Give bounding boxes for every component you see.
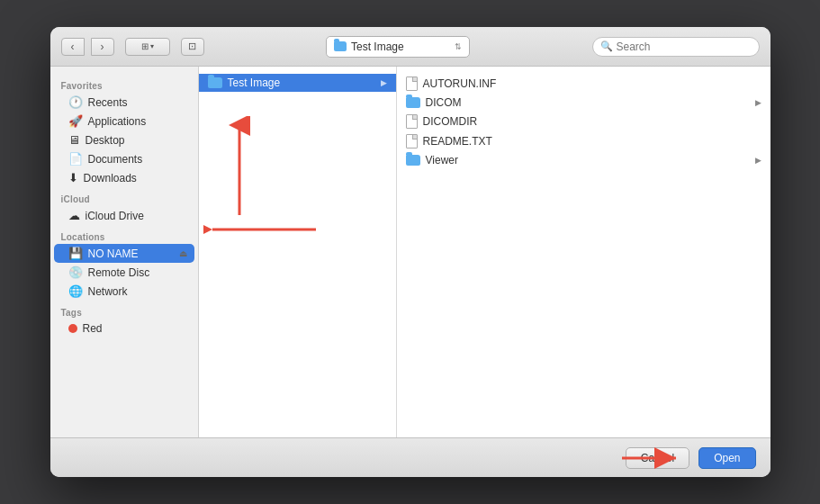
- detail-label-autorun: AUTORUN.INF: [423, 77, 497, 90]
- up-arrow-annotation: [226, 116, 253, 224]
- detail-pane: AUTORUN.INF DICOM ▶ DICOMDIR README.TXT: [397, 67, 770, 437]
- sidebar-label-network: Network: [88, 285, 128, 298]
- icloud-header: iCloud: [50, 187, 198, 206]
- sidebar-item-red-tag[interactable]: Red: [54, 320, 194, 338]
- open-label: Open: [714, 452, 740, 464]
- tags-header: Tags: [50, 301, 198, 320]
- forward-icon: ›: [101, 40, 104, 53]
- sidebar-item-no-name[interactable]: 💾 NO NAME ⏏: [54, 244, 194, 263]
- detail-label-dicomdir: DICOMDIR: [423, 115, 478, 128]
- viewer-folder-icon: [406, 155, 420, 166]
- remote-disc-icon: 💿: [68, 266, 83, 279]
- desktop-icon: 🖥: [68, 133, 80, 147]
- view-mode-button[interactable]: ⊞ ▾: [125, 38, 170, 56]
- back-button[interactable]: ‹: [61, 38, 85, 56]
- sidebar-label-desktop: Desktop: [86, 134, 125, 147]
- file-item-test-image[interactable]: Test Image ▶: [199, 74, 396, 92]
- titlebar: ‹ › ⊞ ▾ ⊡ Test Image ⇅ 🔍: [50, 27, 770, 67]
- search-icon: 🔍: [600, 40, 613, 52]
- detail-item-dicom[interactable]: DICOM ▶: [397, 94, 770, 112]
- back-icon: ‹: [71, 40, 75, 53]
- no-name-icon: 💾: [68, 247, 83, 260]
- detail-label-dicom: DICOM: [426, 96, 462, 109]
- applications-icon: 🚀: [68, 114, 83, 128]
- detail-item-dicomdir[interactable]: DICOMDIR: [397, 112, 770, 131]
- cancel-label: Cancel: [641, 452, 674, 464]
- readme-file-icon: [406, 134, 418, 148]
- sidebar-item-downloads[interactable]: ⬇ Downloads: [54, 168, 194, 187]
- sidebar-item-applications[interactable]: 🚀 Applications: [54, 112, 194, 130]
- test-image-chevron: ▶: [381, 78, 387, 87]
- sidebar-item-documents[interactable]: 📄 Documents: [54, 149, 194, 168]
- autorun-file-icon: [406, 76, 418, 91]
- cancel-button[interactable]: Cancel: [626, 447, 689, 469]
- recents-icon: 🕐: [68, 95, 83, 109]
- sidebar-label-icloud-drive: iCloud Drive: [86, 210, 144, 222]
- action-button[interactable]: ⊡: [181, 38, 204, 56]
- eject-icon[interactable]: ⏏: [179, 248, 187, 258]
- view-icon: ⊞: [141, 41, 149, 51]
- file-label-test-image: Test Image: [228, 76, 281, 89]
- icloud-drive-icon: ☁: [68, 209, 80, 222]
- detail-label-viewer: Viewer: [426, 154, 458, 166]
- detail-label-readme: README.TXT: [423, 135, 492, 148]
- forward-button[interactable]: ›: [91, 38, 114, 56]
- dicom-folder-icon: [406, 97, 420, 108]
- sidebar-item-recents[interactable]: 🕐 Recents: [54, 93, 194, 112]
- detail-item-autorun[interactable]: AUTORUN.INF: [397, 74, 770, 94]
- red-tag-dot: [68, 324, 77, 333]
- locations-header: Locations: [50, 225, 198, 244]
- search-bar[interactable]: 🔍: [592, 37, 760, 57]
- sidebar-label-remote-disc: Remote Disc: [88, 266, 150, 279]
- content-area: Favorites 🕐 Recents 🚀 Applications 🖥 Des…: [50, 67, 770, 437]
- test-image-folder-icon: [208, 77, 222, 88]
- location-chevron: ⇅: [455, 42, 462, 51]
- file-pane: Test Image ▶: [199, 67, 397, 437]
- view-chevron: ▾: [150, 42, 154, 50]
- dicom-chevron: ▶: [755, 98, 761, 107]
- sidebar-item-remote-disc[interactable]: 💿 Remote Disc: [54, 263, 194, 282]
- sidebar-item-desktop[interactable]: 🖥 Desktop: [54, 130, 194, 149]
- sidebar-label-applications: Applications: [88, 115, 147, 128]
- sidebar-item-network[interactable]: 🌐 Network: [54, 282, 194, 301]
- viewer-chevron: ▶: [755, 156, 761, 165]
- dicomdir-file-icon: [406, 114, 418, 129]
- detail-item-readme[interactable]: README.TXT: [397, 131, 770, 151]
- sidebar-label-documents: Documents: [88, 153, 143, 166]
- sidebar-label-downloads: Downloads: [84, 172, 137, 184]
- downloads-icon: ⬇: [68, 171, 78, 184]
- network-icon: 🌐: [68, 284, 83, 298]
- sidebar-label-no-name: NO NAME: [88, 248, 139, 260]
- location-label: Test Image: [351, 40, 404, 53]
- location-bar: Test Image ⇅: [212, 36, 585, 58]
- open-button[interactable]: Open: [698, 447, 755, 469]
- sidebar-label-recents: Recents: [88, 96, 128, 109]
- detail-item-viewer[interactable]: Viewer ▶: [397, 151, 770, 169]
- bottom-bar: Cancel Open: [50, 437, 770, 477]
- location-pill[interactable]: Test Image ⇅: [326, 36, 470, 58]
- action-icon: ⊡: [188, 40, 196, 52]
- search-input[interactable]: [617, 40, 752, 53]
- sidebar-item-icloud-drive[interactable]: ☁ iCloud Drive: [54, 206, 194, 225]
- sidebar: Favorites 🕐 Recents 🚀 Applications 🖥 Des…: [50, 67, 199, 437]
- location-folder-icon: [334, 41, 347, 51]
- sidebar-label-red-tag: Red: [83, 322, 103, 335]
- documents-icon: 📄: [68, 152, 83, 166]
- favorites-header: Favorites: [50, 74, 198, 93]
